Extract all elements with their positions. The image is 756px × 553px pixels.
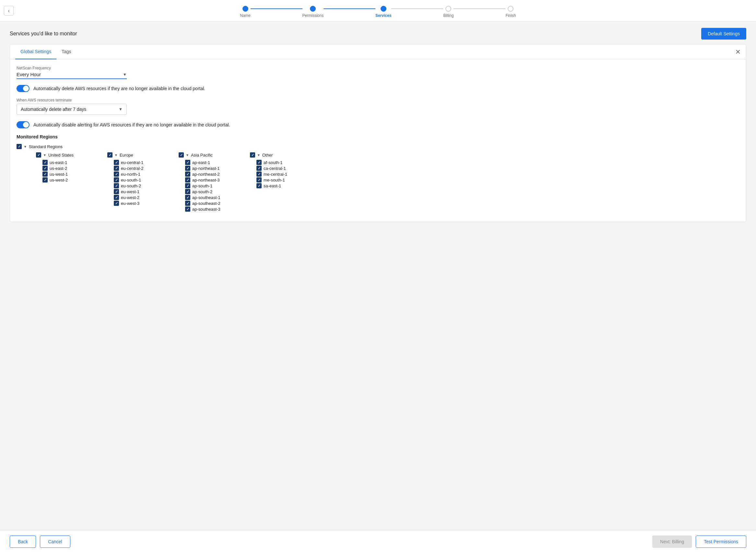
- terminate-select[interactable]: Automatically delete after 7 days ▼: [16, 104, 127, 115]
- eu-central-2-checkbox[interactable]: [114, 166, 119, 171]
- us-east-1-checkbox[interactable]: [43, 160, 48, 165]
- me-central-1-checkbox[interactable]: [256, 171, 261, 177]
- europe-label: Europe: [120, 153, 133, 158]
- eu-west-3-row: eu-west-3: [114, 200, 166, 206]
- eu-west-2-label: eu-west-2: [121, 195, 139, 200]
- ap-east-1-label: ap-east-1: [192, 160, 210, 165]
- eu-north-1-row: eu-north-1: [114, 171, 166, 177]
- me-south-1-label: me-south-1: [263, 178, 285, 182]
- tab-tags[interactable]: Tags: [56, 45, 77, 59]
- eu-south-1-row: eu-south-1: [114, 177, 166, 183]
- page-title: Services you'd like to monitor: [10, 31, 77, 36]
- step-billing: Billing: [443, 6, 454, 18]
- ap-south-2-label: ap-south-2: [192, 189, 212, 194]
- step-circle-name: [242, 6, 248, 12]
- auto-delete-toggle[interactable]: [16, 85, 29, 92]
- us-east-1-label: us-east-1: [50, 160, 67, 165]
- step-label-permissions: Permissions: [302, 13, 323, 18]
- netscan-select[interactable]: Every Hour ▼: [16, 72, 127, 79]
- ap-northeast-3-checkbox[interactable]: [185, 177, 190, 182]
- column-asia-pacific: ▼ Asia Pacific ap-east-1 ap-northeast-1: [172, 152, 237, 212]
- ap-south-1-checkbox[interactable]: [185, 183, 190, 188]
- stepper-back-button[interactable]: ‹: [4, 6, 14, 15]
- main-content: Services you'd like to monitor Default S…: [0, 21, 756, 530]
- me-south-1-checkbox[interactable]: [256, 177, 261, 182]
- us-label: United States: [48, 153, 74, 158]
- eu-north-1-checkbox[interactable]: [114, 171, 119, 177]
- step-circle-permissions: [310, 6, 316, 12]
- step-label-finish: Finish: [506, 13, 516, 18]
- netscan-group: NetScan Frequency Every Hour ▼: [16, 66, 740, 79]
- footer-left: Back Cancel: [10, 536, 70, 548]
- close-icon[interactable]: ✕: [735, 48, 741, 56]
- default-settings-button[interactable]: Default Settings: [701, 28, 746, 40]
- us-east-2-row: us-east-2: [43, 165, 94, 171]
- column-other: ▼ Other af-south-1 ca-central-1: [243, 152, 308, 212]
- ap-southeast-1-checkbox[interactable]: [185, 195, 190, 200]
- us-west-1-checkbox[interactable]: [43, 171, 48, 177]
- ap-east-1-checkbox[interactable]: [185, 160, 190, 165]
- eu-central-1-checkbox[interactable]: [114, 160, 119, 165]
- ap-southeast-3-label: ap-southeast-3: [192, 207, 220, 212]
- other-checkbox[interactable]: [250, 152, 255, 158]
- ap-south-2-row: ap-south-2: [185, 189, 237, 194]
- ap-south-2-checkbox[interactable]: [185, 189, 190, 194]
- step-circle-services: [381, 6, 386, 12]
- auto-disable-toggle-row: Automatically disable alerting for AWS r…: [16, 121, 740, 128]
- eu-south-1-checkbox[interactable]: [114, 177, 119, 182]
- us-west-2-checkbox[interactable]: [43, 177, 48, 182]
- regions-title: Monitored Regions: [16, 134, 740, 139]
- af-south-1-checkbox[interactable]: [256, 160, 261, 165]
- ap-northeast-1-checkbox[interactable]: [185, 166, 190, 171]
- auto-disable-toggle[interactable]: [16, 121, 29, 128]
- ap-southeast-3-checkbox[interactable]: [185, 207, 190, 212]
- us-west-2-label: us-west-2: [50, 178, 68, 182]
- back-button[interactable]: Back: [10, 536, 36, 548]
- eu-central-2-row: eu-central-2: [114, 165, 166, 171]
- standard-regions-label: Standard Regions: [29, 144, 63, 149]
- europe-chevron: ▼: [115, 153, 118, 157]
- us-east-2-checkbox[interactable]: [43, 166, 48, 171]
- step-line-4: [454, 8, 506, 9]
- ap-southeast-2-label: ap-southeast-2: [192, 201, 220, 206]
- steps-container: Name Permissions Services Billing Finish: [240, 6, 516, 18]
- ap-southeast-2-checkbox[interactable]: [185, 201, 190, 206]
- eu-south-2-checkbox[interactable]: [114, 183, 119, 188]
- terminate-label: When AWS resources terminate: [16, 98, 127, 102]
- eu-west-1-checkbox[interactable]: [114, 189, 119, 194]
- eu-west-3-checkbox[interactable]: [114, 201, 119, 206]
- step-name: Name: [240, 6, 250, 18]
- us-checkbox[interactable]: [36, 152, 41, 158]
- next-billing-button[interactable]: Next: Billing: [652, 536, 692, 548]
- terminate-dropdown-arrow: ▼: [119, 107, 123, 111]
- step-permissions: Permissions: [302, 6, 323, 18]
- test-permissions-button[interactable]: Test Permissions: [696, 536, 746, 548]
- standard-regions-row: ▼ Standard Regions: [16, 143, 740, 150]
- eu-south-1-label: eu-south-1: [121, 178, 141, 182]
- af-south-1-label: af-south-1: [263, 160, 283, 165]
- sa-east-1-checkbox[interactable]: [256, 183, 261, 188]
- standard-regions-checkbox[interactable]: [16, 144, 22, 149]
- eu-west-2-checkbox[interactable]: [114, 195, 119, 200]
- tab-global-settings[interactable]: Global Settings: [15, 45, 56, 59]
- ap-northeast-2-checkbox[interactable]: [185, 171, 190, 177]
- other-header-row: ▼ Other: [250, 152, 308, 158]
- europe-checkbox[interactable]: [107, 152, 112, 158]
- ap-southeast-3-row: ap-southeast-3: [185, 206, 237, 212]
- stepper: ‹ Name Permissions Services Billing Fini…: [0, 0, 756, 21]
- step-finish: Finish: [506, 6, 516, 18]
- footer: Back Cancel Next: Billing Test Permissio…: [0, 530, 756, 553]
- me-central-1-label: me-central-1: [263, 172, 287, 177]
- cancel-button[interactable]: Cancel: [40, 536, 70, 548]
- step-label-name: Name: [240, 13, 250, 18]
- ap-chevron: ▼: [186, 153, 189, 157]
- step-line-3: [391, 8, 443, 9]
- ap-checkbox[interactable]: [179, 152, 184, 158]
- ap-southeast-1-label: ap-southeast-1: [192, 195, 220, 200]
- top-row: Services you'd like to monitor Default S…: [10, 28, 746, 40]
- us-east-2-label: us-east-2: [50, 166, 67, 171]
- ca-central-1-row: ca-central-1: [256, 165, 308, 171]
- ca-central-1-checkbox[interactable]: [256, 166, 261, 171]
- eu-north-1-label: eu-north-1: [121, 172, 140, 177]
- netscan-dropdown-arrow: ▼: [123, 72, 127, 77]
